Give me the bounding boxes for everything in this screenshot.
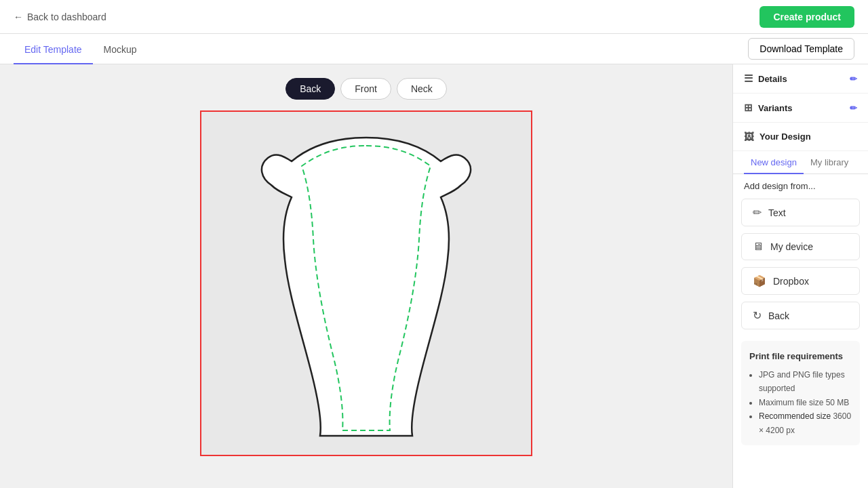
details-title: ☰ Details ✏ [744, 73, 857, 85]
back-label: Back to dashboard [27, 12, 106, 22]
create-product-button[interactable]: Create product [760, 6, 854, 28]
back-option-icon: ↻ [753, 309, 762, 322]
view-toggle: Back Front Neck [285, 78, 447, 100]
details-icon: ☰ [744, 73, 753, 85]
garment-svg [231, 124, 502, 443]
canvas-container [200, 110, 532, 456]
sub-tab-new-design[interactable]: New design [744, 152, 804, 174]
add-design-label: Add design from... [733, 174, 868, 195]
main-content: Back Front Neck [0, 64, 868, 488]
dropbox-label: Dropbox [773, 276, 809, 287]
requirements-list: JPG and PNG file types supported Maximum… [749, 368, 852, 437]
text-label: Text [768, 207, 786, 218]
my-device-icon: 🖥 [753, 241, 764, 253]
details-section: ☰ Details ✏ [733, 64, 868, 94]
top-nav: ← Back to dashboard Create product [0, 0, 868, 34]
design-option-my-device[interactable]: 🖥 My device [741, 233, 860, 260]
your-design-section: 🖼 Your Design [733, 123, 868, 151]
design-sub-tabs: New design My library [733, 151, 868, 174]
view-back-button[interactable]: Back [285, 78, 335, 100]
requirement-item-1: JPG and PNG file types supported [759, 368, 852, 396]
download-template-button[interactable]: Download Template [748, 38, 854, 60]
requirements-box: Print file requirements JPG and PNG file… [741, 341, 860, 445]
back-arrow-icon: ← [14, 12, 23, 22]
back-to-dashboard-link[interactable]: ← Back to dashboard [14, 12, 106, 22]
design-option-back[interactable]: ↻ Back [741, 302, 860, 329]
right-panel: ☰ Details ✏ ⊞ Variants ✏ 🖼 Your Desig [732, 64, 868, 488]
design-option-text[interactable]: ✏ Text [741, 199, 860, 226]
details-edit-icon[interactable]: ✏ [850, 74, 857, 84]
variants-edit-icon[interactable]: ✏ [850, 103, 857, 113]
requirements-title: Print file requirements [749, 349, 852, 364]
variants-title: ⊞ Variants ✏ [744, 102, 857, 114]
view-neck-button[interactable]: Neck [397, 78, 447, 100]
back-option-label: Back [768, 310, 789, 321]
requirement-item-3: Recommended size 3600 × 4200 px [759, 409, 852, 437]
text-icon: ✏ [753, 206, 762, 219]
tab-mockup[interactable]: Mockup [93, 36, 148, 64]
view-front-button[interactable]: Front [340, 78, 391, 100]
your-design-icon: 🖼 [744, 131, 754, 142]
variants-icon: ⊞ [744, 102, 753, 114]
sub-tab-my-library[interactable]: My library [804, 152, 855, 174]
tabs-bar: Edit Template Mockup Download Template [0, 34, 868, 64]
design-option-dropbox[interactable]: 📦 Dropbox [741, 267, 860, 295]
my-device-label: My device [770, 241, 813, 252]
dropbox-icon: 📦 [753, 274, 766, 287]
main-tabs: Edit Template Mockup [14, 35, 148, 64]
requirement-item-2: Maximum file size 50 MB [759, 396, 852, 409]
canvas-area: Back Front Neck [0, 64, 732, 488]
variants-section: ⊞ Variants ✏ [733, 94, 868, 123]
your-design-title: 🖼 Your Design [744, 131, 857, 142]
tab-edit-template[interactable]: Edit Template [14, 36, 93, 64]
